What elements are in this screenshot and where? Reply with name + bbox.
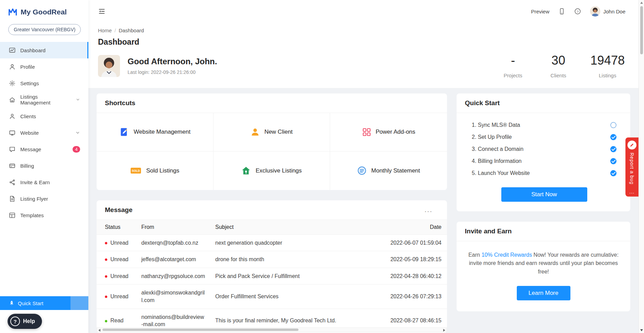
quick-start-step[interactable]: 1. Sync MLS® Data bbox=[472, 122, 616, 128]
message-card-title: Message bbox=[105, 206, 132, 214]
from-cell: alexki@simonswokandgrill.com bbox=[137, 285, 210, 309]
table-row[interactable]: Unread alexki@simonswokandgrill.com Orde… bbox=[97, 285, 447, 309]
preview-link[interactable]: Preview bbox=[531, 9, 549, 14]
sidebar-item-dashboard[interactable]: Dashboard bbox=[0, 42, 88, 58]
scroll-up-arrow-icon[interactable] bbox=[640, 2, 643, 4]
sidebar-item-label: Website bbox=[20, 130, 39, 136]
profile-icon bbox=[9, 64, 15, 70]
sidebar-item-label: Settings bbox=[20, 80, 39, 86]
billing-icon bbox=[9, 163, 15, 169]
more-options-icon[interactable]: ... bbox=[424, 208, 433, 211]
status-text: Unread bbox=[110, 256, 128, 262]
column-header-from: From bbox=[137, 220, 210, 235]
clients-icon bbox=[9, 113, 15, 120]
mobile-preview-icon[interactable] bbox=[558, 8, 565, 15]
sold-listings-icon: SOLD bbox=[130, 167, 141, 175]
scroll-right-arrow-icon[interactable] bbox=[443, 329, 445, 332]
sidebar-item-profile[interactable]: Profile bbox=[0, 58, 88, 75]
learn-more-button[interactable]: Learn More bbox=[517, 286, 570, 300]
flyer-icon bbox=[9, 196, 15, 202]
table-row[interactable]: Unread jeffes@alcotarget.com drone for t… bbox=[97, 251, 447, 268]
sidebar-item-invite-earn[interactable]: Invite & Earn bbox=[0, 174, 88, 190]
date-cell: 2022-04-28 06:40:12 bbox=[374, 268, 447, 285]
start-now-button[interactable]: Start Now bbox=[501, 187, 587, 202]
sidebar-item-settings[interactable]: Settings bbox=[0, 75, 88, 91]
sidebar-item-label: Dashboard bbox=[20, 47, 45, 53]
vertical-scroll-thumb[interactable] bbox=[640, 6, 643, 54]
status-dot bbox=[105, 242, 107, 244]
sidebar-item-templates[interactable]: Templates bbox=[0, 207, 88, 223]
scroll-down-arrow-icon[interactable] bbox=[640, 329, 643, 331]
invite-text-prefix: Earn bbox=[468, 252, 481, 258]
horizontal-scroll-thumb[interactable] bbox=[102, 329, 298, 331]
quick-start-card: Quick Start 1. Sync MLS® Data 2. Set Up … bbox=[457, 93, 630, 211]
collapse-sidebar-icon[interactable] bbox=[98, 8, 106, 15]
templates-icon bbox=[9, 212, 15, 219]
shortcut-label: Power Add-ons bbox=[376, 129, 415, 135]
sidebar-item-website[interactable]: Website bbox=[0, 124, 88, 141]
shortcut-monthly-statement[interactable]: Monthly Statement bbox=[330, 152, 447, 190]
vertical-scrollbar[interactable] bbox=[638, 0, 644, 333]
sidebar-item-label: Message bbox=[20, 146, 41, 152]
board-selector[interactable]: Greater Vancouver (REBGV) bbox=[8, 24, 81, 35]
rocket-icon bbox=[9, 300, 14, 306]
pencil-icon bbox=[627, 141, 636, 149]
shortcut-label: Sold Listings bbox=[146, 167, 179, 174]
table-row[interactable]: Unread nathanzy@rpgsoluce.com Pick and P… bbox=[97, 268, 447, 285]
stats-row: - Projects 30 Clients 19478 Listings bbox=[500, 54, 625, 78]
sidebar: My GoodReal Greater Vancouver (REBGV) Da… bbox=[0, 0, 88, 333]
quick-start-bar-secondary[interactable] bbox=[70, 296, 88, 310]
invite-earn-text: Earn 10% Credit Rewards Now! Your reward… bbox=[467, 251, 620, 276]
date-cell: 2022-04-26 07:29:13 bbox=[374, 285, 447, 309]
message-card: Message ... Status From Subject Date bbox=[97, 200, 447, 333]
step-status-icon bbox=[610, 170, 616, 176]
stat-clients: 30 Clients bbox=[545, 54, 572, 78]
shortcut-power-addons[interactable]: Power Add-ons bbox=[330, 113, 447, 152]
sidebar-item-label: Listing Flyer bbox=[20, 196, 48, 202]
shortcut-new-client[interactable]: New Client bbox=[214, 113, 330, 152]
shortcut-exclusive-listings[interactable]: Exclusive Listings bbox=[214, 152, 330, 190]
status-dot bbox=[105, 320, 107, 322]
shortcut-sold-listings[interactable]: SOLD Sold Listings bbox=[97, 152, 214, 190]
sidebar-item-label: Listings Management bbox=[20, 94, 66, 106]
status-dot bbox=[105, 275, 107, 278]
step-status-icon bbox=[610, 134, 616, 140]
brand-logo-icon bbox=[8, 8, 17, 16]
help-circle-icon[interactable]: ? bbox=[574, 8, 581, 15]
sidebar-menu: Dashboard Profile Settings Listings Mana… bbox=[0, 42, 88, 223]
shortcut-website-management[interactable]: Website Management bbox=[97, 113, 214, 152]
quick-start-step[interactable]: 3. Connect a Domain bbox=[472, 146, 616, 152]
sidebar-item-label: Invite & Earn bbox=[20, 179, 50, 185]
subject-cell: Pick and Pack Service / Fulfillment bbox=[210, 268, 374, 285]
date-cell: 2022-06-07 01:59:04 bbox=[374, 234, 447, 251]
step-label: 4. Billing Information bbox=[472, 158, 522, 164]
user-menu[interactable]: John Doe bbox=[590, 6, 625, 16]
step-label: 2. Set Up Profile bbox=[472, 134, 512, 140]
table-horizontal-scrollbar[interactable] bbox=[97, 328, 447, 332]
sidebar-item-listings-management[interactable]: Listings Management bbox=[0, 91, 88, 108]
welcome-banner: Good Afternoon, John. Last login: 2022-0… bbox=[98, 54, 625, 78]
status-dot bbox=[105, 296, 107, 298]
quick-start-step[interactable]: 4. Billing Information bbox=[472, 158, 616, 164]
quick-start-bar-button[interactable]: Quick Start bbox=[0, 296, 88, 310]
sidebar-item-billing[interactable]: Billing bbox=[0, 157, 88, 174]
report-bug-more-icon[interactable]: ... bbox=[629, 190, 635, 195]
quick-start-step[interactable]: 5. Launch Your Website bbox=[472, 170, 616, 176]
user-avatar bbox=[590, 6, 600, 16]
credit-rewards-link[interactable]: 10% Credit Rewards bbox=[481, 252, 532, 258]
breadcrumb-home[interactable]: Home bbox=[98, 27, 112, 33]
quick-start-step[interactable]: 2. Set Up Profile bbox=[472, 134, 616, 140]
exclusive-listings-icon bbox=[241, 166, 251, 175]
help-button[interactable]: ? Help bbox=[8, 314, 42, 329]
table-row[interactable]: Unread dexterqn@topfab.co.nz next genera… bbox=[97, 234, 447, 251]
sidebar-item-clients[interactable]: Clients bbox=[0, 108, 88, 124]
column-header-subject: Subject bbox=[210, 220, 374, 235]
status-text: Unread bbox=[110, 273, 128, 279]
scroll-left-arrow-icon[interactable] bbox=[98, 329, 100, 332]
sidebar-item-listing-flyer[interactable]: Listing Flyer bbox=[0, 190, 88, 207]
sidebar-item-message[interactable]: Message 4 bbox=[0, 141, 88, 157]
from-cell: dexterqn@topfab.co.nz bbox=[137, 234, 210, 251]
step-label: 3. Connect a Domain bbox=[472, 146, 523, 152]
step-label: 5. Launch Your Website bbox=[472, 170, 530, 176]
report-bug-tab[interactable]: Report a bug ... bbox=[625, 137, 638, 197]
